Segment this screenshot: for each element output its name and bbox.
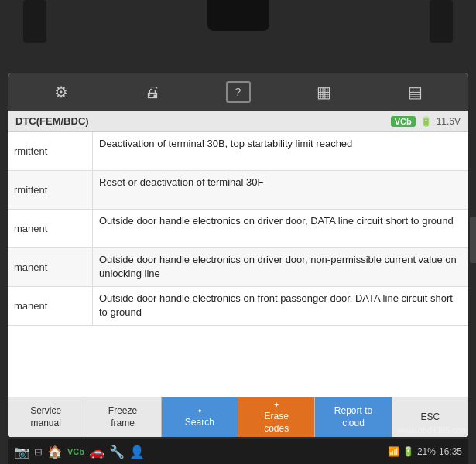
sys-bar-left: 📷 ⊟ 🏠 VCb 🚗 🔧 👤 [14,445,145,459]
status-cell: manent [8,210,93,247]
search-active-icon: ✦ [197,406,203,416]
cable-top [207,0,269,31]
desc-cell: Outside door handle electronics on front… [93,287,468,325]
antenna-left [23,0,46,43]
table-row[interactable]: rmittent Reset or deactivation of termin… [8,171,468,210]
apps-sys-icon: ⊟ [34,446,43,458]
home-sys-icon[interactable]: 🏠 [47,445,63,459]
desc-cell: Reset or deactivation of terminal 30F [93,171,468,209]
battery-icon: 🔋 [420,116,432,127]
status-cell: manent [8,248,93,286]
dtc-table: rmittent Deactivation of terminal 30B, t… [8,132,468,397]
sys-time: 16:35 [439,446,462,457]
status-bar-right: VCb 🔋 11.6V [391,116,461,127]
toolbar: ⚙ 🖨 ? ▦ ▤ [8,73,468,111]
table-row[interactable]: rmittent Deactivation of terminal 30B, t… [8,132,468,171]
antenna-right [430,0,453,43]
main-screen: ⚙ 🖨 ? ▦ ▤ DTC(FEM/BDC) VCb 🔋 11.6V rmitt… [8,73,468,437]
battery-voltage: 11.6V [437,116,461,127]
system-status-bar: 📷 ⊟ 🏠 VCb 🚗 🔧 👤 📶 🔋 21% 16:35 [8,439,468,464]
sys-bar-right: 📶 🔋 21% 16:35 [388,446,462,457]
status-cell: manent [8,287,93,325]
print-icon[interactable]: 🖨 [134,79,171,106]
signal-icon: 📶 [388,446,399,457]
service-manual-label: Servicemanual [30,405,61,429]
desc-cell: Outside door handle electronics on drive… [93,248,468,286]
vcb-badge: VCb [391,116,416,127]
status-bar: DTC(FEM/BDC) VCb 🔋 11.6V [8,111,468,132]
person-sys-icon: 👤 [129,445,145,459]
side-button[interactable] [470,217,476,263]
erase-codes-button[interactable]: ✦ Erasecodes [238,397,315,437]
status-cell: rmittent [8,132,93,170]
esc-label: ESC [420,411,440,424]
battery-percent: 21% [417,446,436,457]
erase-codes-label: Erasecodes [264,411,289,435]
screen-title: DTC(FEM/BDC) [15,115,89,127]
message-icon[interactable]: ▤ [397,78,433,106]
service-manual-button[interactable]: Servicemanual [8,397,84,437]
table-row[interactable]: manent Outside door handle electronics o… [8,287,468,326]
watermark: www.obdii365.com [397,425,468,435]
settings-icon[interactable]: ⚙ [43,78,79,106]
help-icon[interactable]: ? [226,81,251,103]
report-to-cloud-button[interactable]: Report tocloud [315,397,392,437]
freeze-frame-button[interactable]: Freezeframe [84,397,161,437]
clipboard-icon[interactable]: ▦ [306,78,342,106]
table-row[interactable]: manent Outside door handle electronics o… [8,210,468,248]
desc-cell: Outside door handle electronics on drive… [93,210,468,247]
car-sys-icon: 🚗 [89,445,104,459]
camera-sys-icon: 📷 [14,445,29,459]
status-cell: rmittent [8,171,93,209]
search-label: Search [185,417,214,429]
desc-cell: Deactivation of terminal 30B, top starta… [93,132,468,170]
battery-sys-icon: 🔋 [402,446,414,457]
wrench-sys-icon: 🔧 [109,445,125,459]
erase-active-icon: ✦ [273,400,279,410]
report-to-cloud-label: Report tocloud [334,405,372,429]
freeze-frame-label: Freezeframe [108,405,137,429]
search-button[interactable]: ✦ Search [162,397,238,437]
vcb-sys-icon: VCb [67,447,84,456]
table-row[interactable]: manent Outside door handle electronics o… [8,248,468,287]
